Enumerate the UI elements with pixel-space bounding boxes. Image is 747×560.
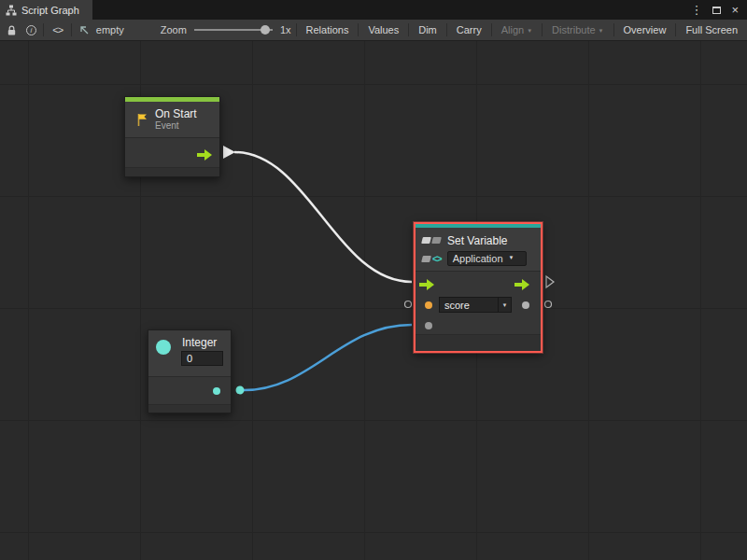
- port-stub-flow-out-empty[interactable]: [546, 276, 554, 287]
- node-header: On Start Event: [125, 102, 219, 137]
- toolbar-separator: [491, 23, 492, 36]
- zoom-slider-knob[interactable]: [261, 25, 270, 35]
- port-stub-value-out-empty[interactable]: [545, 301, 552, 308]
- integer-type-icon: [156, 340, 171, 355]
- align-button-label: Align: [501, 24, 524, 35]
- code-view-button[interactable]: <>: [49, 24, 66, 35]
- wire-layer: [0, 41, 747, 560]
- value-out-port[interactable]: [213, 387, 220, 395]
- port-stub-value-out[interactable]: [236, 386, 245, 395]
- variable-scope-dropdown[interactable]: Application ▼: [447, 251, 527, 266]
- flow-out-port[interactable]: [197, 147, 212, 159]
- node-header: Integer 0: [148, 330, 231, 376]
- node-footer: [125, 167, 219, 176]
- toolbar-separator: [675, 23, 676, 36]
- node-footer: [416, 334, 541, 351]
- node-title: Set Variable: [447, 234, 507, 247]
- chevron-down-icon: ▼: [509, 255, 514, 260]
- zoom-value: 1x: [280, 24, 291, 35]
- close-icon[interactable]: ×: [731, 4, 739, 16]
- variables-icon: [422, 237, 441, 244]
- toolbar-separator: [71, 23, 72, 36]
- info-icon[interactable]: i: [24, 22, 39, 37]
- toolbar-separator: [358, 23, 359, 36]
- node-on-start[interactable]: On Start Event: [124, 96, 220, 177]
- title-bar: Script Graph ⋮ ×: [0, 0, 747, 20]
- node-set-variable[interactable]: Set Variable <> Application ▼: [414, 222, 543, 353]
- variable-name-value: score: [444, 300, 470, 311]
- fullscreen-button[interactable]: Full Screen: [681, 24, 742, 35]
- overview-button[interactable]: Overview: [619, 24, 671, 35]
- wire-control-onstart-setvariable[interactable]: [234, 152, 412, 282]
- tab-script-graph[interactable]: Script Graph: [0, 0, 92, 20]
- distribute-button[interactable]: Distribute▼: [547, 24, 608, 35]
- maximize-icon[interactable]: [712, 7, 721, 14]
- align-button[interactable]: Align▼: [497, 24, 537, 35]
- window-controls: ⋮ ×: [690, 0, 747, 20]
- distribute-button-label: Distribute: [552, 24, 595, 35]
- tab-title: Script Graph: [21, 5, 79, 16]
- variable-code-icon: <>: [422, 254, 442, 264]
- toolbar-separator: [408, 23, 409, 36]
- variable-name-dropdown[interactable]: ▼: [498, 298, 511, 312]
- zoom-label: Zoom: [161, 24, 187, 35]
- chevron-down-icon: ▼: [599, 28, 604, 34]
- relations-button[interactable]: Relations: [302, 24, 354, 35]
- wire-value-integer-setvariable[interactable]: [244, 325, 412, 390]
- graph-canvas[interactable]: On Start Event Set Variable: [0, 41, 747, 560]
- flow-out-port[interactable]: [514, 277, 529, 288]
- node-port-area: [148, 376, 231, 404]
- toolbar-separator: [542, 23, 543, 36]
- zoom-slider[interactable]: [194, 29, 273, 31]
- node-subtitle: Event: [155, 120, 197, 132]
- values-button[interactable]: Values: [363, 24, 403, 35]
- node-footer: [148, 404, 231, 413]
- selection-cursor-icon: [77, 22, 92, 37]
- integer-value: 0: [187, 353, 192, 364]
- integer-value-field[interactable]: 0: [181, 351, 223, 366]
- toolbar-separator: [446, 23, 447, 36]
- variable-name-port[interactable]: [425, 301, 432, 309]
- node-port-area: [125, 137, 219, 167]
- variable-scope-value: Application: [453, 253, 503, 264]
- flag-icon: [135, 113, 149, 127]
- variable-name-field[interactable]: score ▼: [439, 297, 512, 313]
- node-integer[interactable]: Integer 0: [148, 329, 232, 413]
- port-stub-control-out[interactable]: [223, 146, 235, 159]
- dim-button[interactable]: Dim: [414, 24, 442, 35]
- toolbar-separator: [613, 23, 614, 36]
- flow-in-port[interactable]: [419, 277, 434, 288]
- port-stub-value-in-empty[interactable]: [405, 301, 412, 308]
- chevron-down-icon: ▼: [527, 28, 532, 34]
- lock-icon[interactable]: [5, 22, 20, 37]
- chevron-down-icon: ▼: [502, 302, 508, 308]
- selection-status-label: empty: [96, 24, 124, 35]
- graph-toolbar: i <> empty Zoom 1x Relations Values Dim …: [0, 20, 747, 41]
- carry-button[interactable]: Carry: [452, 24, 486, 35]
- toolbar-separator: [296, 23, 297, 36]
- node-port-area: score ▼: [416, 271, 541, 334]
- toolbar-separator: [43, 23, 44, 36]
- value-out-port[interactable]: [522, 301, 529, 309]
- node-header: Set Variable <> Application ▼: [416, 228, 541, 271]
- value-in-port[interactable]: [425, 322, 432, 329]
- window-menu-icon[interactable]: ⋮: [690, 4, 702, 16]
- node-title: Integer: [182, 336, 217, 349]
- node-title: On Start: [155, 107, 197, 120]
- graph-icon: [6, 5, 17, 16]
